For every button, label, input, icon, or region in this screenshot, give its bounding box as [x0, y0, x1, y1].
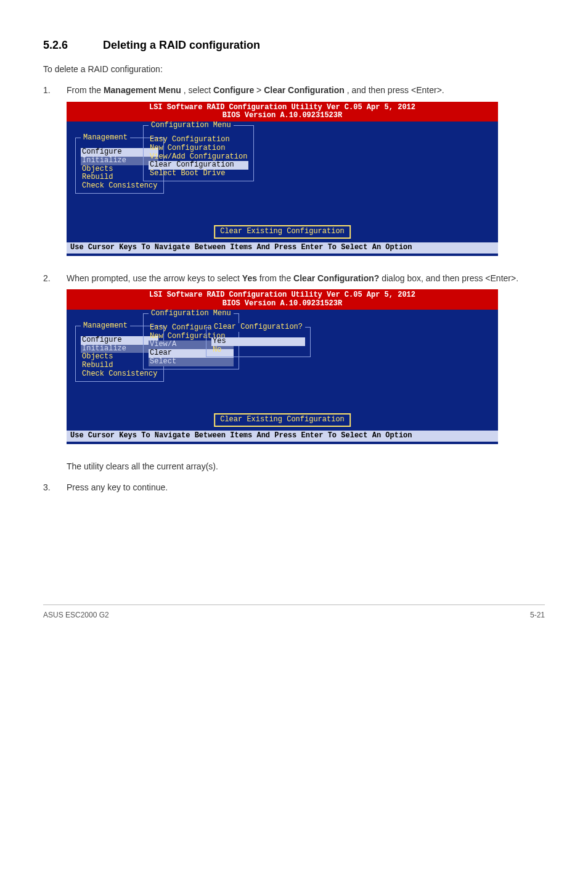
configuration-menu-box: Configuration Menu Easy Configuration Ne… [143, 125, 254, 181]
text: When prompted, use the arrow keys to sel… [67, 273, 242, 283]
text: , and then press <Enter>. [347, 85, 444, 95]
page-footer: ASUS ESC2000 G2 5-21 [43, 604, 545, 621]
menu-item: Configure [213, 85, 254, 95]
menu-item-check-consistency[interactable]: Check Consistency [81, 370, 158, 379]
menu-item-view-add-config[interactable]: View/Add Configuration [149, 153, 248, 162]
option-no[interactable]: No [211, 346, 305, 355]
box-title: Management [81, 322, 130, 331]
menu-item-select-boot-drive[interactable]: Select Boot Drive [149, 170, 248, 178]
option-yes[interactable]: Yes [211, 337, 305, 346]
bios-header-line2: BIOS Version A.10.09231523R [67, 112, 498, 120]
status-message: Clear Existing Configuration [214, 413, 351, 427]
footer-left: ASUS ESC2000 G2 [43, 610, 109, 621]
box-title: Configuration Menu [149, 310, 234, 318]
step-body: From the Management Menu , select Config… [67, 84, 545, 96]
step-1: 1. From the Management Menu , select Con… [43, 84, 545, 96]
status-message: Clear Existing Configuration [214, 225, 351, 239]
menu-item-select-truncated[interactable]: Select [149, 358, 234, 366]
text: dialog box, and then press <Enter>. [382, 273, 518, 283]
footer-right: 5-21 [530, 610, 545, 621]
text: from the [259, 273, 293, 283]
bios-header-line2: BIOS Version A.10.09231523R [67, 300, 498, 308]
step-body: Press any key to continue. [67, 481, 545, 493]
text: From the [67, 85, 104, 95]
clear-configuration-dialog: Clear Configuration? Yes No [206, 327, 311, 357]
text: > [256, 85, 264, 95]
bios-footer: Use Cursor Keys To Navigate Between Item… [67, 431, 498, 442]
menu-item: Clear Configuration [264, 85, 345, 95]
step-number: 3. [43, 481, 67, 493]
bios-header: LSI Software RAID Configuration Utility … [67, 102, 498, 122]
step-body: When prompted, use the arrow keys to sel… [67, 272, 545, 284]
bios-header: LSI Software RAID Configuration Utility … [67, 289, 498, 310]
step-3: 3. Press any key to continue. [43, 481, 545, 493]
text: , select [184, 85, 213, 95]
menu-item-clear-config[interactable]: Clear Configuration [149, 161, 248, 170]
bios-footer: Use Cursor Keys To Navigate Between Item… [67, 242, 498, 254]
section-heading: 5.2.6 Deleting a RAID configuration [43, 37, 545, 53]
intro-text: To delete a RAID configuration: [43, 63, 545, 75]
step-2: 2. When prompted, use the arrow keys to … [43, 272, 545, 284]
dialog-name: Clear Configuration? [293, 273, 379, 283]
box-title: Management [81, 134, 130, 142]
step-number: 2. [43, 272, 67, 284]
box-title: Clear Configuration? [211, 323, 305, 332]
step-number: 1. [43, 84, 67, 96]
conclusion-text: The utility clears all the current array… [67, 460, 545, 472]
section-number: 5.2.6 [43, 37, 100, 53]
bios-screenshot-1: LSI Software RAID Configuration Utility … [67, 102, 545, 256]
box-title: Configuration Menu [149, 122, 234, 130]
menu-item-new-config[interactable]: New Configuration [149, 144, 248, 153]
bios-header-line1: LSI Software RAID Configuration Utility … [149, 291, 415, 299]
menu-name: Management Menu [104, 85, 181, 95]
option-yes: Yes [242, 273, 257, 283]
bios-header-line1: LSI Software RAID Configuration Utility … [149, 103, 415, 112]
section-title: Deleting a RAID configuration [103, 39, 260, 51]
menu-item-check-consistency[interactable]: Check Consistency [81, 182, 158, 191]
menu-item-easy-config[interactable]: Easy Configuration [149, 136, 248, 144]
bios-screenshot-2: LSI Software RAID Configuration Utility … [67, 289, 545, 444]
